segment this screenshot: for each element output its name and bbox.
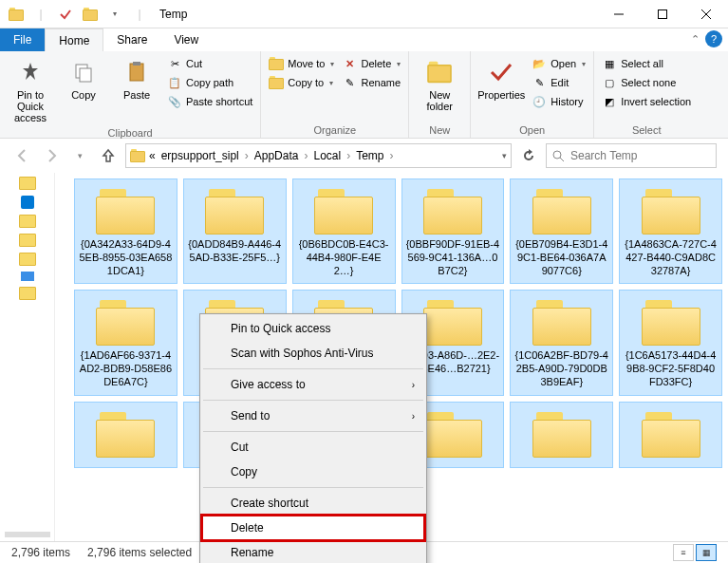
recent-locations-button[interactable]: ▾ xyxy=(68,144,91,167)
folder-item[interactable]: {0A342A33-64D9-45EB-8955-03EA6581DCA1} xyxy=(74,178,177,284)
copy-path-icon: 📋 xyxy=(167,75,182,90)
copy-path-button[interactable]: 📋Copy path xyxy=(165,74,254,91)
nav-item[interactable] xyxy=(19,234,36,247)
folder-item[interactable]: {1AD6AF66-9371-4AD2-BDB9-D58E86DE6A7C} xyxy=(74,290,177,395)
paste-shortcut-icon: 📎 xyxy=(167,94,182,109)
folder-name: {1C6A5173-44D4-49B8-9CF2-5F8D40FD33FC} xyxy=(624,349,718,388)
refresh-button[interactable] xyxy=(517,144,540,167)
folder-item[interactable]: {1A4863CA-727C-4427-B440-C9AD8C32787A} xyxy=(619,178,722,284)
folder-item[interactable] xyxy=(510,402,613,468)
chevron-right-icon[interactable]: › xyxy=(302,149,309,162)
folder-item[interactable]: {1C6A5173-44D4-49B8-9CF2-5F8D40FD33FC} xyxy=(619,290,722,395)
folder-icon xyxy=(423,185,482,235)
chevron-right-icon[interactable]: › xyxy=(387,149,395,162)
forward-button[interactable] xyxy=(40,144,63,167)
tab-share[interactable]: Share xyxy=(103,28,160,51)
properties-button[interactable]: Properties xyxy=(476,55,526,103)
folder-icon xyxy=(642,408,700,458)
new-folder-qat-icon[interactable] xyxy=(80,4,101,25)
folder-item[interactable]: {1C06A2BF-BD79-42B5-A90D-79D0DB3B9EAF} xyxy=(510,290,613,395)
copy-to-button[interactable]: Copy to▾ xyxy=(267,74,336,91)
search-placeholder: Search Temp xyxy=(570,149,637,162)
breadcrumb[interactable]: AppData xyxy=(252,149,301,162)
paste-label: Paste xyxy=(123,89,150,101)
folder-icon xyxy=(130,149,145,162)
folder-icon xyxy=(423,408,482,458)
ctx-send-to[interactable]: Send to› xyxy=(202,403,424,428)
address-bar[interactable]: « erpsupport_sipl› AppData› Local› Temp›… xyxy=(125,143,512,168)
folder-item[interactable]: {0BBF90DF-91EB-4569-9C41-136A…0B7C2} xyxy=(401,178,505,284)
move-to-button[interactable]: Move to▾ xyxy=(267,55,336,72)
folder-icon xyxy=(532,408,591,458)
folder-item[interactable]: {0B6BDC0B-E4C3-44B4-980F-E4E2…} xyxy=(292,178,396,284)
tab-home[interactable]: Home xyxy=(45,28,103,51)
tab-view[interactable]: View xyxy=(160,28,212,51)
invert-selection-button[interactable]: ◩Invert selection xyxy=(600,93,693,110)
back-button[interactable] xyxy=(11,144,34,167)
ctx-cut[interactable]: Cut xyxy=(202,435,424,460)
svg-point-8 xyxy=(553,151,561,159)
history-icon: 🕘 xyxy=(532,94,547,109)
breadcrumb[interactable]: Local xyxy=(311,149,343,162)
folder-item[interactable]: {0EB709B4-E3D1-49C1-BE64-036A7A9077C6} xyxy=(510,178,613,284)
folder-item[interactable]: {0ADD84B9-A446-45AD-B33E-25F5…} xyxy=(183,178,287,284)
onedrive-icon[interactable] xyxy=(21,196,34,209)
navigation-pane[interactable] xyxy=(0,173,55,541)
ctx-delete[interactable]: Delete xyxy=(202,516,424,540)
pin-to-quick-access-button[interactable]: Pin to Quick access xyxy=(6,55,55,125)
breadcrumb[interactable]: erpsupport_sipl xyxy=(159,149,241,162)
ctx-copy[interactable]: Copy xyxy=(202,460,424,484)
up-button[interactable] xyxy=(97,144,120,167)
history-button[interactable]: 🕘History xyxy=(530,93,588,110)
divider: | xyxy=(129,4,150,25)
ctx-pin-to-quick-access[interactable]: Pin to Quick access xyxy=(202,316,424,341)
minimize-button[interactable] xyxy=(597,0,641,28)
nav-item[interactable] xyxy=(19,253,36,266)
maximize-button[interactable] xyxy=(641,0,684,28)
collapse-ribbon-icon[interactable]: ⌃ xyxy=(691,33,700,46)
folder-name: {0BBF90DF-91EB-4569-9C41-136A…0B7C2} xyxy=(406,238,500,277)
nav-scrollbar[interactable] xyxy=(5,532,50,537)
cut-button[interactable]: ✂Cut xyxy=(165,55,254,72)
paste-shortcut-button[interactable]: 📎Paste shortcut xyxy=(165,93,254,110)
details-view-button[interactable]: ≡ xyxy=(673,544,694,561)
properties-qat-icon[interactable] xyxy=(55,4,76,25)
large-icons-view-button[interactable]: ▦ xyxy=(696,544,717,561)
rename-icon: ✎ xyxy=(342,75,357,90)
tab-file[interactable]: File xyxy=(0,28,45,51)
copy-button[interactable]: Copy xyxy=(59,55,108,103)
help-icon[interactable]: ? xyxy=(705,30,722,47)
folder-name: {0B6BDC0B-E4C3-44B4-980F-E4E2…} xyxy=(297,238,391,277)
svg-line-9 xyxy=(560,158,564,161)
ctx-create-shortcut[interactable]: Create shortcut xyxy=(202,491,424,516)
select-none-button[interactable]: ▢Select none xyxy=(600,74,693,91)
ctx-rename[interactable]: Rename xyxy=(202,540,424,563)
select-all-button[interactable]: ▦Select all xyxy=(600,55,693,72)
qat-dropdown-icon[interactable]: ▾ xyxy=(104,4,125,25)
chevron-right-icon[interactable]: › xyxy=(345,149,352,162)
select-none-icon: ▢ xyxy=(602,75,617,90)
ctx-give-access-to[interactable]: Give access to› xyxy=(202,372,424,397)
chevron-right-icon[interactable]: › xyxy=(243,149,251,162)
delete-button[interactable]: ✕Delete▾ xyxy=(340,55,402,72)
open-button[interactable]: 📂Open▾ xyxy=(530,55,588,72)
scissors-icon: ✂ xyxy=(167,56,182,71)
nav-item[interactable] xyxy=(19,215,36,228)
close-button[interactable] xyxy=(684,0,728,28)
ctx-scan-antivirus[interactable]: Scan with Sophos Anti-Virus xyxy=(202,341,424,366)
breadcrumb[interactable]: Temp xyxy=(354,149,385,162)
delete-x-icon: ✕ xyxy=(342,56,357,71)
folder-item[interactable] xyxy=(619,402,722,468)
address-dropdown-icon[interactable]: ▾ xyxy=(502,151,507,160)
nav-item[interactable] xyxy=(19,177,36,190)
move-to-icon xyxy=(269,56,284,71)
paste-button[interactable]: Paste xyxy=(112,55,161,103)
separator xyxy=(203,368,423,369)
rename-button[interactable]: ✎Rename xyxy=(340,74,402,91)
folder-item[interactable] xyxy=(74,402,177,468)
this-pc-icon[interactable] xyxy=(21,272,34,281)
new-folder-button[interactable]: New folder xyxy=(415,55,464,114)
edit-button[interactable]: ✎Edit xyxy=(530,74,588,91)
nav-item[interactable] xyxy=(19,287,36,300)
search-input[interactable]: Search Temp xyxy=(546,143,717,168)
